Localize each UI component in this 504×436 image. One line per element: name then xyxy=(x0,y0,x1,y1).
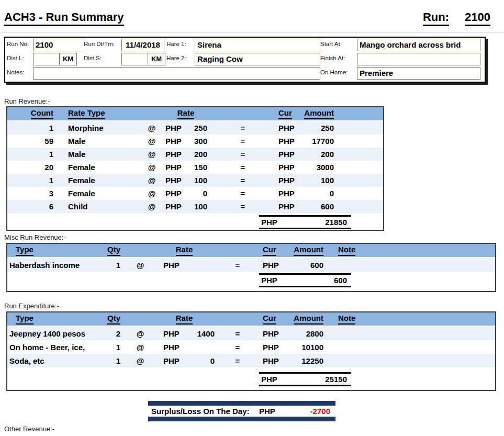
amount-cell: 10100 xyxy=(284,343,323,352)
type-cell: On home - Beer, ice, xyxy=(7,343,107,352)
total-amount: 25150 xyxy=(325,375,347,384)
type-header: Type xyxy=(7,314,107,325)
other-revenue-section-label: Other Revenue:- xyxy=(4,425,54,433)
at-symbol: @ xyxy=(139,124,164,132)
expenditure-table: Type Qty Rate Cur Amount Note Jeepney 14… xyxy=(6,311,496,391)
dist-s-field[interactable] xyxy=(121,53,150,65)
expenditure-section-label: Run Expenditure:- xyxy=(4,302,59,310)
cur-header: Cur xyxy=(278,108,301,119)
amount-header: Amount xyxy=(284,245,323,256)
total-currency: PHP xyxy=(261,276,277,285)
amount-cell: 12250 xyxy=(284,356,323,365)
rate-currency-cell: PHP xyxy=(154,261,179,270)
amount-cell: 3000 xyxy=(301,163,334,172)
run-revenue-total: PHP 21850 xyxy=(259,215,351,229)
revenue-row: 3 Female @ PHP 0 = PHP 0 xyxy=(7,187,383,200)
notes-label: Notes: xyxy=(7,69,24,75)
amount-header: Amount xyxy=(284,314,323,325)
amount-cell: 0 xyxy=(301,189,334,198)
rate-currency-cell: PHP xyxy=(164,137,187,146)
run-revenue-rows: 1 Morphine @ PHP 250 = PHP 250 59 Male @… xyxy=(7,121,383,213)
expenditure-total-zone: PHP 25150 xyxy=(7,367,495,386)
count-cell: 20 xyxy=(7,163,58,172)
surplus-currency: PHP xyxy=(259,407,290,416)
total-currency: PHP xyxy=(261,375,277,384)
dist-l-field[interactable] xyxy=(33,53,61,65)
total-amount: 600 xyxy=(334,276,347,285)
qty-cell: 2 xyxy=(107,329,127,338)
surplus-amount: -2700 xyxy=(290,407,335,416)
rate-currency-cell: PHP xyxy=(154,356,179,365)
at-symbol: @ xyxy=(139,137,164,146)
surplus-loss-band: Surplus/Loss On The Day: PHP -2700 xyxy=(148,401,335,421)
equals-symbol: = xyxy=(207,137,278,146)
rate-type-cell: Male xyxy=(58,150,139,159)
currency-cell: PHP xyxy=(261,329,284,338)
amount-cell: 600 xyxy=(301,202,334,211)
amount-cell: 100 xyxy=(301,176,334,185)
hare1-field[interactable]: Sirena xyxy=(195,39,320,51)
amount-cell: 600 xyxy=(284,261,323,270)
run-revenue-section-label: Run Revenue:- xyxy=(4,97,50,105)
at-symbol: @ xyxy=(139,202,164,211)
rate-cell: 200 xyxy=(187,150,207,159)
equals-symbol: = xyxy=(207,176,278,185)
cur-header: Cur xyxy=(261,314,284,325)
rate-currency-cell: PHP xyxy=(164,202,187,211)
run-dttm-field[interactable]: 11/4/2018 xyxy=(121,39,164,51)
equals-symbol: = xyxy=(207,150,278,159)
hare2-field[interactable]: Raging Cow xyxy=(195,53,320,65)
on-home-field[interactable]: Premiere xyxy=(357,67,480,80)
run-dttm-label: Run Dt/Tm: xyxy=(84,41,115,47)
rate-cell: 250 xyxy=(187,124,207,132)
start-at-field[interactable]: Mango orchard across brid xyxy=(357,39,480,51)
run-header-form: Run No: 2100 Run Dt/Tm: 11/4/2018 Hare 1… xyxy=(4,37,486,83)
expenditure-rows: Jeepney 1400 pesos 2 @ PHP 1400 = PHP 28… xyxy=(7,327,495,367)
run-summary-sheet: ACH3 - Run Summary Run: 2100 Run No: 210… xyxy=(0,0,504,436)
run-no-field[interactable]: 2100 xyxy=(33,39,84,51)
at-symbol: @ xyxy=(127,356,154,365)
equals-symbol: = xyxy=(215,329,261,338)
misc-revenue-row: Haberdash income 1 @ PHP = PHP 600 xyxy=(7,258,495,272)
currency-cell: PHP xyxy=(278,176,301,185)
amount-cell: 250 xyxy=(301,124,334,132)
currency-cell: PHP xyxy=(278,163,301,172)
rate-type-cell: Female xyxy=(58,176,139,185)
note-header: Note xyxy=(323,314,365,325)
misc-revenue-rows: Haberdash income 1 @ PHP = PHP 600 xyxy=(7,258,495,272)
cur-header: Cur xyxy=(261,245,284,256)
finish-at-label: Finish At: xyxy=(320,55,345,61)
rate-currency-cell: PHP xyxy=(164,163,187,172)
rate-cell: 0 xyxy=(179,356,215,365)
rate-currency-cell: PHP xyxy=(154,343,179,352)
count-cell: 3 xyxy=(7,189,58,198)
revenue-row: 6 Child @ PHP 100 = PHP 600 xyxy=(7,200,383,213)
notes-field[interactable] xyxy=(33,67,320,80)
equals-symbol: = xyxy=(207,163,278,172)
dist-s-unit-km: KM xyxy=(148,53,165,65)
expenditure-total: PHP 25150 xyxy=(259,372,351,386)
rate-cell: 1400 xyxy=(179,329,215,338)
type-cell: Soda, etc xyxy=(7,356,107,365)
equals-symbol: = xyxy=(207,202,278,211)
misc-revenue-total-zone: PHP 600 xyxy=(7,272,495,287)
revenue-row: 59 Male @ PHP 300 = PHP 17700 xyxy=(7,135,383,148)
misc-revenue-table: Type Qty Rate Cur Amount Note Haberdash … xyxy=(6,243,496,292)
rate-header: Rate xyxy=(154,245,215,256)
finish-at-field[interactable] xyxy=(357,53,480,65)
rate-cell: 300 xyxy=(187,137,207,146)
run-no-label: Run No: xyxy=(7,41,29,47)
currency-cell: PHP xyxy=(278,202,301,211)
revenue-row: 1 Female @ PHP 100 = PHP 100 xyxy=(7,174,383,187)
total-amount: 21850 xyxy=(325,218,347,227)
equals-symbol: = xyxy=(215,343,261,352)
at-symbol: @ xyxy=(127,329,154,338)
type-header: Type xyxy=(7,245,107,256)
amount-header: Amount xyxy=(301,108,334,119)
title-row: ACH3 - Run Summary Run: 2100 xyxy=(4,10,490,26)
run-revenue-header-row: Count Rate Type Rate Cur Amount xyxy=(7,107,383,121)
rate-cell: 100 xyxy=(187,202,207,211)
revenue-row: 1 Morphine @ PHP 250 = PHP 250 xyxy=(7,121,383,135)
rate-currency-cell: PHP xyxy=(164,124,187,132)
count-cell: 1 xyxy=(7,176,58,185)
